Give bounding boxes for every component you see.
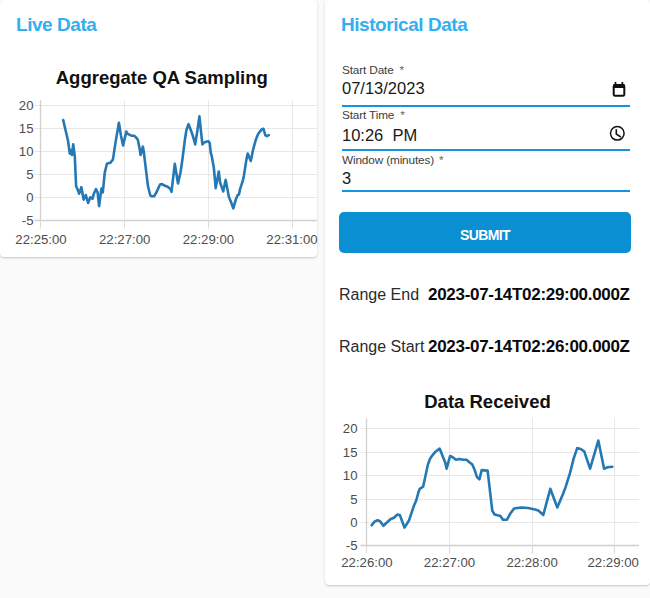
svg-text:15: 15	[19, 121, 34, 136]
svg-text:22:29:00: 22:29:00	[588, 555, 639, 570]
svg-text:20: 20	[343, 421, 358, 436]
svg-text:22:28:00: 22:28:00	[506, 555, 557, 570]
svg-text:22:27:00: 22:27:00	[424, 555, 475, 570]
svg-text:22:26:00: 22:26:00	[341, 555, 392, 570]
svg-text:Data Received: Data Received	[424, 391, 550, 412]
svg-text:22:31:00: 22:31:00	[266, 232, 317, 247]
svg-text:-5: -5	[346, 538, 358, 553]
svg-text:5: 5	[26, 167, 33, 182]
svg-text:Aggregate QA Sampling: Aggregate QA Sampling	[56, 67, 268, 88]
svg-text:0: 0	[26, 190, 33, 205]
svg-text:20: 20	[19, 98, 34, 113]
svg-text:22:29:00: 22:29:00	[183, 232, 234, 247]
svg-text:0: 0	[350, 515, 357, 530]
svg-text:10: 10	[19, 144, 34, 159]
svg-text:5: 5	[350, 492, 357, 507]
svg-text:22:25:00: 22:25:00	[15, 232, 66, 247]
svg-text:22:27:00: 22:27:00	[99, 232, 150, 247]
svg-text:10: 10	[343, 468, 358, 483]
svg-text:15: 15	[343, 445, 358, 460]
svg-text:-5: -5	[22, 213, 34, 228]
